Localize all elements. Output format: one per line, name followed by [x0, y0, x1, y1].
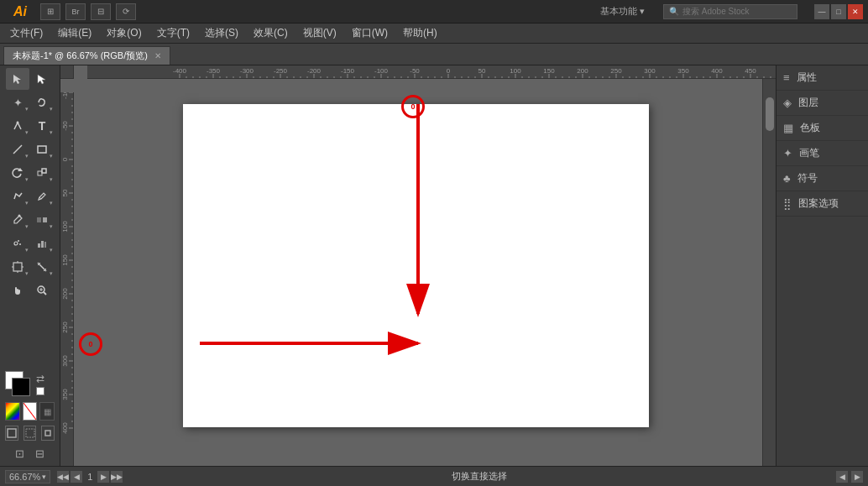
pencil-tool[interactable]: ▾ [30, 186, 54, 207]
arrange-icon[interactable]: ⊞ [40, 3, 60, 20]
minimize-button[interactable]: — [814, 4, 829, 19]
eyedropper-blend-row: ▾ ▾ [0, 208, 60, 232]
arrow-icon[interactable]: ⟳ [116, 3, 136, 20]
symbols-icon: ♣ [783, 172, 791, 185]
properties-panel-toggle[interactable]: ≡ 属性 [776, 65, 868, 91]
menu-window[interactable]: 窗口(W) [345, 24, 395, 42]
symbol-spray-tool[interactable]: ▾ [6, 233, 29, 254]
svg-rect-29 [26, 429, 34, 437]
graph-tool[interactable]: ▾ [30, 233, 54, 254]
maximize-button[interactable]: □ [831, 4, 846, 19]
tab-close-button[interactable]: ✕ [154, 51, 161, 60]
screen-mode-icon[interactable]: ⊡ [13, 446, 28, 461]
draw-normal-icon[interactable] [5, 426, 18, 441]
grid-icon[interactable]: ⊟ [91, 3, 111, 20]
draw-inside-icon[interactable] [41, 426, 55, 441]
artboard-slice-row: ▾ ▾ [0, 255, 60, 279]
menu-object[interactable]: 对象(O) [100, 24, 148, 42]
eyedropper-tool[interactable]: ▾ [6, 209, 29, 231]
symbols-panel-toggle[interactable]: ♣ 符号 [776, 166, 868, 191]
menu-edit[interactable]: 编辑(E) [51, 24, 98, 42]
vertical-scrollbar[interactable] [762, 79, 776, 466]
svg-rect-28 [8, 429, 16, 437]
svg-rect-11 [43, 217, 47, 222]
workspace-label: 基本功能 ▾ [600, 5, 645, 18]
menu-help[interactable]: 帮助(H) [396, 24, 444, 42]
zoom-out-icon[interactable]: ⊟ [33, 446, 48, 461]
stroke-swatch[interactable] [12, 378, 30, 396]
page-navigation: ◀◀ ◀ 1 ▶ ▶▶ [57, 471, 123, 483]
play-next-button[interactable]: ▶ [851, 471, 863, 483]
selection-tool[interactable] [6, 68, 29, 90]
artboard-tool[interactable]: ▾ [6, 256, 29, 278]
svg-rect-30 [45, 431, 50, 436]
menu-type[interactable]: 文字(T) [150, 24, 196, 42]
last-page-button[interactable]: ▶▶ [111, 471, 123, 483]
line-tool[interactable]: ▾ [6, 138, 29, 160]
tab-title: 未标题-1* @ 66.67% (RGB/预览) [13, 50, 148, 62]
svg-rect-16 [41, 241, 44, 248]
pen-tool[interactable]: ▾ [6, 115, 29, 137]
search-placeholder: 搜索 Adobe Stock [682, 6, 749, 18]
zoom-dropdown-icon[interactable]: ▾ [42, 473, 46, 481]
none-icon[interactable] [23, 402, 38, 421]
menu-select[interactable]: 选择(S) [198, 24, 245, 42]
swap-colors-icon[interactable]: ⇄ [36, 373, 44, 384]
prev-page-button[interactable]: ◀ [71, 471, 82, 483]
layers-panel-toggle[interactable]: ◈ 图层 [776, 91, 868, 116]
svg-rect-18 [13, 263, 22, 271]
svg-point-13 [18, 240, 19, 242]
layers-icon: ◈ [783, 97, 792, 109]
zoom-display[interactable]: 66.67% ▾ [5, 470, 50, 483]
status-hint: 切换直接选择 [452, 470, 507, 483]
title-bar: Ai ⊞ Br ⊟ ⟳ 基本功能 ▾ 🔍 搜索 Adobe Stock — □ … [0, 0, 868, 24]
mesh-icon[interactable]: ▦ [39, 402, 55, 421]
swatches-panel-toggle[interactable]: ▦ 色板 [776, 116, 868, 141]
direct-select-tool[interactable] [30, 68, 54, 90]
bridge-icon[interactable]: Br [65, 3, 86, 20]
blend-tool[interactable]: ▾ [30, 209, 54, 231]
symbol-graph-row: ▾ ▾ [0, 232, 60, 255]
annotation-circle-left: 0 [79, 332, 102, 356]
search-bar[interactable]: 🔍 搜索 Adobe Stock [663, 4, 797, 19]
properties-label: 属性 [797, 71, 817, 85]
scale-tool[interactable]: ▾ [30, 162, 54, 184]
draw-behind-icon[interactable] [24, 426, 37, 441]
pattern-options-panel-toggle[interactable]: ⣿ 图案选项 [776, 191, 868, 217]
properties-icon: ≡ [783, 71, 790, 84]
type-tool[interactable]: T ▾ [30, 115, 54, 137]
menu-bar: 文件(F) 编辑(E) 对象(O) 文字(T) 选择(S) 效果(C) 视图(V… [0, 24, 868, 44]
lasso-tool[interactable]: ▾ [30, 91, 54, 113]
workspace-selector[interactable]: 基本功能 ▾ [600, 5, 645, 18]
magic-wand-tool[interactable]: ✦▾ [6, 91, 29, 113]
brushes-panel-toggle[interactable]: ✦ 画笔 [776, 141, 868, 166]
slice-tool[interactable]: ▾ [30, 256, 54, 278]
svg-line-3 [13, 145, 22, 154]
document-tab[interactable]: 未标题-1* @ 66.67% (RGB/预览) ✕ [3, 46, 170, 65]
color-icon[interactable] [5, 402, 20, 421]
menu-view[interactable]: 视图(V) [296, 24, 343, 42]
zoom-tool[interactable] [30, 280, 54, 301]
shaper-pencil-row: ▾ ▾ [0, 185, 60, 208]
layers-label: 图层 [798, 96, 818, 110]
canvas-scroll-area[interactable]: 0 0 [74, 79, 762, 466]
rotate-tool[interactable]: ▾ [6, 162, 29, 184]
annotation-circle-top: 0 [401, 95, 425, 118]
horizontal-ruler [87, 65, 776, 79]
play-prev-button[interactable]: ◀ [836, 471, 848, 483]
wand-lasso-row: ✦▾ ▾ [0, 91, 60, 114]
annotation-arrows [183, 104, 649, 427]
hand-tool[interactable] [6, 280, 29, 301]
rect-tool[interactable]: ▾ [30, 138, 54, 160]
close-button[interactable]: ✕ [848, 4, 863, 19]
pattern-icon: ⣿ [783, 197, 792, 210]
next-page-button[interactable]: ▶ [97, 471, 109, 483]
svg-marker-1 [38, 75, 45, 84]
svg-point-14 [19, 243, 21, 245]
vertical-scroll-thumb[interactable] [766, 97, 774, 131]
default-colors-icon[interactable] [36, 387, 44, 395]
first-page-button[interactable]: ◀◀ [57, 471, 69, 483]
shaper-tool[interactable]: ▾ [6, 186, 29, 207]
menu-file[interactable]: 文件(F) [3, 24, 50, 42]
menu-effect[interactable]: 效果(C) [247, 24, 295, 42]
